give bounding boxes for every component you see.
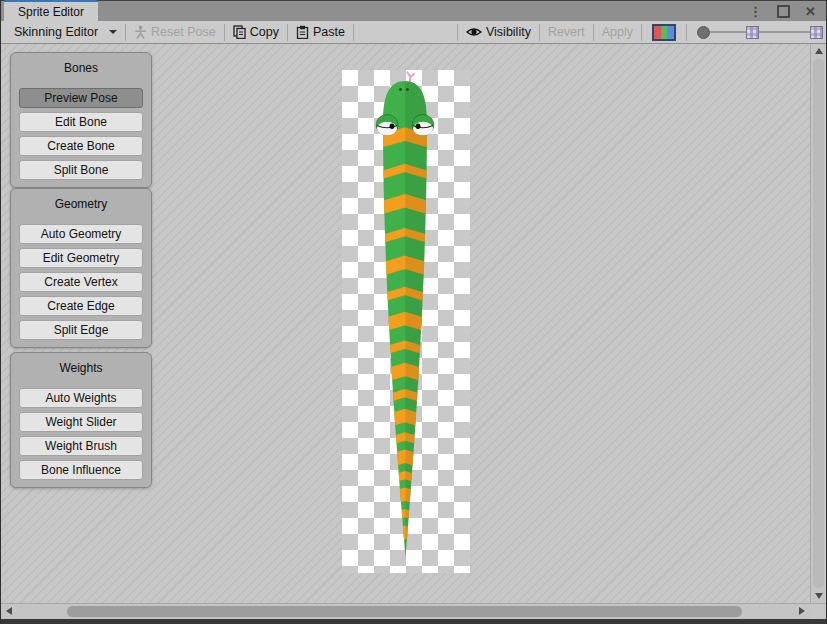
main-area: BonesPreview PoseEdit BoneCreate BoneSpl… bbox=[1, 44, 826, 619]
vertical-scrollbar-thumb[interactable] bbox=[813, 59, 824, 588]
horizontal-scrollbar[interactable] bbox=[1, 603, 810, 619]
bone-influence-button[interactable]: Bone Influence bbox=[19, 460, 143, 480]
weight-brush-button[interactable]: Weight Brush bbox=[19, 436, 143, 456]
weight-slider-button[interactable]: Weight Slider bbox=[19, 412, 143, 432]
toolbar-separator bbox=[353, 24, 354, 41]
slider-track[interactable] bbox=[759, 31, 810, 33]
copy-button[interactable]: Copy bbox=[225, 21, 287, 43]
edit-geometry-button[interactable]: Edit Geometry bbox=[19, 248, 143, 268]
eye-icon bbox=[466, 26, 482, 38]
split-bone-button[interactable]: Split Bone bbox=[19, 160, 143, 180]
vertical-scrollbar[interactable] bbox=[810, 44, 826, 603]
auto-geometry-button[interactable]: Auto Geometry bbox=[19, 224, 143, 244]
skinning-editor-dropdown[interactable]: Skinning Editor bbox=[6, 21, 125, 43]
panel-bones: BonesPreview PoseEdit BoneCreate BoneSpl… bbox=[10, 52, 152, 188]
slider-knob[interactable] bbox=[697, 26, 710, 39]
panel-geometry: GeometryAuto GeometryEdit GeometryCreate… bbox=[10, 188, 152, 348]
sprite-canvas[interactable] bbox=[342, 70, 470, 573]
create-edge-button[interactable]: Create Edge bbox=[19, 296, 143, 316]
toolbar-right-cluster: Visibility Revert Apply bbox=[457, 21, 826, 43]
scroll-up-arrow-icon[interactable] bbox=[815, 48, 823, 54]
auto-weights-button[interactable]: Auto Weights bbox=[19, 388, 143, 408]
snake-sprite bbox=[342, 70, 470, 573]
tab-strip: Sprite Editor ⋮ ✕ bbox=[1, 0, 826, 21]
toolbar-separator bbox=[641, 24, 642, 41]
reset-pose-button[interactable]: Reset Pose bbox=[126, 21, 224, 43]
panel-title: Weights bbox=[19, 359, 143, 384]
revert-button[interactable]: Revert bbox=[540, 21, 593, 43]
mip-level-slider bbox=[697, 26, 823, 39]
chevron-down-icon bbox=[109, 30, 117, 34]
toolbar: Skinning Editor Reset Pose Copy bbox=[1, 21, 826, 44]
create-bone-button[interactable]: Create Bone bbox=[19, 136, 143, 156]
visibility-button[interactable]: Visibility bbox=[458, 21, 539, 43]
mip-texture-icon[interactable] bbox=[746, 26, 759, 39]
tab-title: Sprite Editor bbox=[18, 5, 84, 19]
edit-bone-button[interactable]: Edit Bone bbox=[19, 112, 143, 132]
reset-pose-figure-icon bbox=[134, 25, 147, 39]
rgb-channels-icon[interactable] bbox=[652, 24, 676, 41]
scroll-left-arrow-icon[interactable] bbox=[6, 607, 12, 615]
scroll-right-arrow-icon[interactable] bbox=[799, 607, 805, 615]
sprite-editor-window: Sprite Editor ⋮ ✕ Skinning Editor Reset … bbox=[0, 0, 827, 624]
paste-button[interactable]: Paste bbox=[288, 21, 353, 43]
window-controls: ⋮ ✕ bbox=[749, 1, 826, 21]
kebab-menu-icon[interactable]: ⋮ bbox=[749, 5, 762, 18]
window-bottom-edge bbox=[0, 619, 827, 624]
maximize-icon[interactable] bbox=[777, 5, 790, 18]
scrollbar-corner bbox=[810, 603, 826, 619]
horizontal-scrollbar-thumb[interactable] bbox=[67, 606, 742, 617]
copy-pages-icon bbox=[233, 25, 246, 39]
slider-track[interactable] bbox=[710, 31, 746, 33]
panel-title: Bones bbox=[19, 59, 143, 84]
skinning-viewport[interactable]: BonesPreview PoseEdit BoneCreate BoneSpl… bbox=[1, 44, 810, 603]
preview-pose-button[interactable]: Preview Pose bbox=[19, 88, 143, 108]
apply-button[interactable]: Apply bbox=[594, 21, 641, 43]
tab-sprite-editor[interactable]: Sprite Editor bbox=[4, 0, 98, 21]
close-icon[interactable]: ✕ bbox=[805, 5, 816, 18]
create-vertex-button[interactable]: Create Vertex bbox=[19, 272, 143, 292]
toolbar-separator bbox=[686, 24, 687, 41]
paste-clipboard-icon bbox=[296, 25, 309, 39]
panel-weights: WeightsAuto WeightsWeight SliderWeight B… bbox=[10, 352, 152, 488]
mip-texture-icon[interactable] bbox=[810, 26, 823, 39]
scroll-down-arrow-icon[interactable] bbox=[815, 593, 823, 599]
panel-title: Geometry bbox=[19, 195, 143, 220]
split-edge-button[interactable]: Split Edge bbox=[19, 320, 143, 340]
